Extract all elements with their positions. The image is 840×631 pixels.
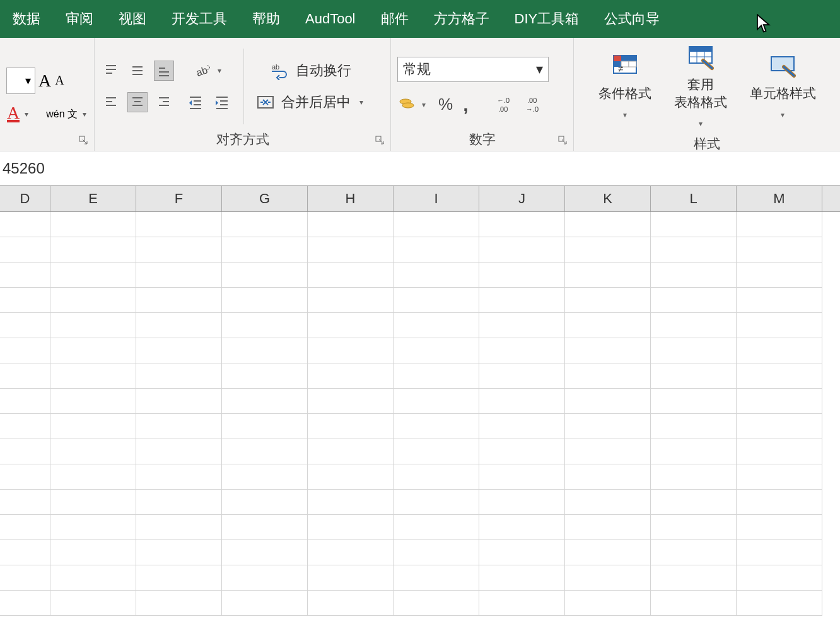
cell[interactable] [651, 338, 737, 363]
cell[interactable] [0, 389, 50, 414]
cell[interactable] [222, 565, 308, 591]
cell[interactable] [737, 565, 822, 591]
cell[interactable] [651, 540, 737, 565]
cell[interactable] [0, 237, 50, 262]
column-header[interactable]: I [394, 186, 479, 211]
cell[interactable] [651, 490, 737, 515]
cell[interactable] [136, 464, 222, 490]
cell[interactable] [737, 490, 822, 515]
cell[interactable] [0, 288, 50, 313]
decrease-font-button[interactable]: A [54, 73, 64, 88]
cell[interactable] [651, 212, 737, 237]
cell[interactable] [50, 414, 136, 439]
cell[interactable] [651, 237, 737, 262]
cell[interactable] [136, 540, 222, 565]
cell[interactable] [737, 464, 822, 490]
cell[interactable] [737, 515, 822, 540]
column-header[interactable]: L [651, 186, 737, 211]
cell[interactable] [308, 288, 394, 313]
cell[interactable] [565, 565, 651, 591]
formula-bar[interactable]: 45260 [0, 151, 840, 186]
cell[interactable] [308, 338, 394, 363]
cell[interactable] [0, 591, 50, 616]
dialog-launcher-font[interactable] [78, 134, 90, 147]
cell[interactable] [394, 389, 479, 414]
cell[interactable] [50, 515, 136, 540]
cell[interactable] [565, 414, 651, 439]
increase-font-button[interactable]: A [38, 70, 52, 91]
cell[interactable] [394, 237, 479, 262]
cell[interactable] [136, 338, 222, 363]
cell[interactable] [651, 262, 737, 288]
cell[interactable] [565, 490, 651, 515]
cell[interactable] [222, 237, 308, 262]
cell[interactable] [222, 464, 308, 490]
cell[interactable] [651, 515, 737, 540]
cell[interactable] [394, 414, 479, 439]
cell[interactable] [565, 591, 651, 616]
tab-audtool[interactable]: AudTool [293, 0, 368, 38]
cell[interactable] [222, 515, 308, 540]
cell[interactable] [479, 363, 565, 389]
cell[interactable] [394, 490, 479, 515]
cell[interactable] [479, 439, 565, 464]
cell[interactable] [737, 262, 822, 288]
tab-review[interactable]: 审阅 [53, 0, 106, 38]
cell[interactable] [222, 414, 308, 439]
cell[interactable] [50, 262, 136, 288]
cell[interactable] [50, 490, 136, 515]
cell[interactable] [50, 237, 136, 262]
cell[interactable] [737, 212, 822, 237]
cell[interactable] [479, 490, 565, 515]
cell[interactable] [222, 591, 308, 616]
cell[interactable] [136, 565, 222, 591]
cell[interactable] [565, 515, 651, 540]
cell[interactable] [394, 338, 479, 363]
cell[interactable] [308, 540, 394, 565]
cell[interactable] [737, 313, 822, 338]
cell[interactable] [222, 262, 308, 288]
conditional-formatting-button[interactable]: ≠ 条件格式 ▾ [593, 50, 656, 126]
cell[interactable] [222, 313, 308, 338]
cell[interactable] [222, 540, 308, 565]
cell[interactable] [479, 338, 565, 363]
cell[interactable] [479, 565, 565, 591]
cell[interactable] [50, 464, 136, 490]
column-header[interactable]: M [737, 186, 822, 211]
cell[interactable] [308, 591, 394, 616]
cell[interactable] [0, 212, 50, 237]
cell[interactable] [565, 540, 651, 565]
cell[interactable] [136, 212, 222, 237]
cell[interactable] [0, 338, 50, 363]
cell[interactable] [737, 414, 822, 439]
column-header[interactable]: F [136, 186, 222, 211]
cell[interactable] [308, 464, 394, 490]
cell[interactable] [651, 389, 737, 414]
cell[interactable] [136, 262, 222, 288]
cell[interactable] [222, 439, 308, 464]
column-header[interactable]: J [479, 186, 565, 211]
cell[interactable] [308, 389, 394, 414]
column-header[interactable]: D [0, 186, 50, 211]
cell[interactable] [222, 288, 308, 313]
cell[interactable] [308, 262, 394, 288]
cell[interactable] [737, 237, 822, 262]
cell[interactable] [136, 237, 222, 262]
align-center-button[interactable] [127, 92, 148, 112]
tab-developer[interactable]: 开发工具 [159, 0, 240, 38]
cell[interactable] [0, 414, 50, 439]
cell[interactable] [651, 313, 737, 338]
cell[interactable] [565, 389, 651, 414]
cell[interactable] [308, 565, 394, 591]
cell[interactable] [50, 212, 136, 237]
cell[interactable] [136, 515, 222, 540]
cell[interactable] [394, 262, 479, 288]
cell[interactable] [308, 363, 394, 389]
accounting-format-button[interactable]: ▾ [397, 96, 429, 114]
cell[interactable] [565, 464, 651, 490]
orientation-button[interactable]: ab ▾ [185, 61, 232, 81]
column-header[interactable]: E [50, 186, 136, 211]
cell[interactable] [0, 363, 50, 389]
cell[interactable] [479, 540, 565, 565]
dialog-launcher-alignment[interactable] [374, 134, 387, 147]
